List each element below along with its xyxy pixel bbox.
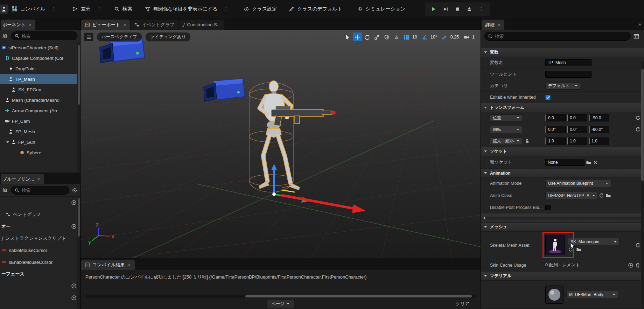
blueprint-function-row[interactable]: ƒンストラクションスクリプト	[0, 232, 80, 244]
perspective-dropdown[interactable]: パースペクティブ	[97, 32, 142, 42]
scrollbar-thumb[interactable]	[641, 69, 644, 181]
angle-snap-toggle[interactable]	[420, 33, 429, 41]
my-blueprint-scrollbar[interactable]	[77, 197, 80, 309]
viewport-scene[interactable]: Z Y X	[80, 30, 481, 258]
details-search-input[interactable]	[495, 34, 627, 39]
tab-compile-results[interactable]: コンパイル結果 ×	[81, 260, 135, 270]
location-y-field[interactable]: 0.0	[567, 114, 587, 121]
editable-when-inherited-checkbox[interactable]	[545, 95, 551, 100]
add-icon[interactable]	[71, 224, 77, 229]
rotate-tool-button[interactable]	[363, 33, 372, 41]
play-button[interactable]	[428, 4, 439, 14]
details-scrollbar[interactable]	[641, 61, 644, 309]
tab-my-blueprint[interactable]: ブループリン... ×	[1, 174, 44, 184]
location-type-dropdown[interactable]: 位置	[490, 114, 522, 122]
diff-options-kebab-icon[interactable]: ⋮	[94, 6, 105, 12]
browse-folder-icon[interactable]	[606, 193, 611, 198]
section-advanced[interactable]: 詳細設定	[481, 213, 644, 223]
double-chevron-icon[interactable]: »	[638, 21, 641, 27]
viewport-3d[interactable]: Z Y X パースペクティブ ライティングあり	[80, 30, 481, 258]
gizmo-x-axis[interactable]	[282, 195, 365, 213]
compile-options-kebab-icon[interactable]: ⋮	[49, 6, 59, 12]
close-icon[interactable]: ×	[37, 176, 40, 182]
trash-icon[interactable]	[635, 262, 640, 268]
grid-snap-value[interactable]: 10	[412, 35, 420, 40]
blueprint-section-row[interactable]	[0, 197, 80, 209]
add-icon[interactable]	[71, 295, 77, 301]
scale-snap-value[interactable]: 0.25	[450, 35, 461, 40]
display-filter-icon[interactable]	[634, 34, 639, 39]
section-variables[interactable]: 変数	[481, 48, 644, 57]
tab-viewport[interactable]: ビューポート ×	[81, 20, 130, 30]
tab-construction-script[interactable]: ƒ Construction S...	[179, 20, 225, 30]
camera-speed-value[interactable]: 1	[471, 35, 477, 40]
component-row[interactable]: Sphere	[0, 147, 80, 158]
my-blueprint-search-input[interactable]	[22, 188, 66, 193]
component-row[interactable]: FP_Gun	[0, 137, 80, 147]
angle-snap-value[interactable]: 10°	[430, 35, 440, 40]
close-icon[interactable]: ×	[498, 22, 500, 28]
disable-post-process-checkbox[interactable]	[545, 205, 551, 210]
move-tool-button[interactable]	[353, 33, 362, 41]
close-icon[interactable]: ×	[123, 22, 126, 28]
component-row[interactable]: SK_FPGun	[0, 84, 80, 95]
scale-type-dropdown[interactable]: 拡大・縮小	[490, 138, 522, 145]
material-thumbnail[interactable]	[545, 286, 564, 304]
scale-tool-button[interactable]	[372, 33, 382, 41]
rotation-z-field[interactable]: -90.0°	[589, 126, 609, 133]
add-icon[interactable]	[71, 283, 77, 289]
details-search[interactable]	[484, 32, 631, 41]
blueprint-graph-row[interactable]: ベントグラフ	[0, 209, 80, 220]
chevron-down-icon[interactable]	[6, 141, 9, 143]
tab-components[interactable]: ポーネント ×	[1, 20, 35, 30]
gizmo-plane-handle[interactable]	[282, 190, 295, 192]
tooltip-input[interactable]	[545, 71, 592, 78]
component-row[interactable]: FP_Cam	[0, 116, 80, 126]
hide-unrelated-kebab-icon[interactable]: ⋮	[220, 6, 231, 12]
component-row-tp-mesh[interactable]: TP_Mesh	[0, 74, 80, 84]
section-material[interactable]: マテリアル	[481, 272, 644, 281]
gun-mesh[interactable]	[271, 106, 336, 126]
component-row[interactable]: Capsule Component (Col	[0, 53, 80, 63]
play-options-kebab-icon[interactable]: ⋮	[476, 6, 487, 12]
camera-actor-fp[interactable]	[204, 79, 245, 101]
blueprint-variable-row[interactable]: nableMouseCursor	[0, 244, 80, 256]
eject-button[interactable]	[464, 4, 475, 14]
section-mesh[interactable]: メッシュ	[481, 223, 644, 232]
use-selected-icon[interactable]	[598, 193, 604, 198]
camera-speed-button[interactable]	[462, 33, 471, 41]
select-tool-button[interactable]	[343, 33, 352, 41]
rotation-x-field[interactable]: 0.0°	[545, 126, 566, 133]
component-row[interactable]: DropPoint	[0, 63, 80, 74]
compile-button[interactable]: コンパイル	[8, 3, 49, 15]
surface-snap-toggle[interactable]	[392, 33, 401, 41]
viewport-menu-button[interactable]	[84, 33, 93, 41]
component-row[interactable]: stPersonCharacter (Self)	[0, 42, 80, 53]
add-element-icon[interactable]	[628, 262, 634, 268]
tab-event-graph[interactable]: イベントグラフ	[131, 20, 178, 30]
section-socket[interactable]: ソケット	[481, 147, 644, 156]
my-blueprint-search[interactable]	[11, 186, 69, 195]
gizmo-origin[interactable]	[272, 192, 276, 196]
reset-icon[interactable]	[635, 115, 640, 121]
class-defaults-button[interactable]: クラスのデフォルト	[286, 3, 345, 15]
add-blueprint-item-button[interactable]: 加	[1, 186, 9, 195]
add-icon[interactable]	[71, 200, 77, 205]
view-mode-dropdown[interactable]: ライティングあり	[145, 32, 191, 42]
section-transform[interactable]: トランスフォーム	[481, 103, 644, 112]
gear-icon[interactable]	[72, 188, 77, 193]
animation-mode-dropdown[interactable]: Use Animation Blueprint	[545, 180, 611, 187]
scale-z-field[interactable]: 1.0	[589, 138, 609, 145]
add-component-button[interactable]: 加	[1, 32, 9, 40]
blueprint-section-row[interactable]	[0, 292, 80, 304]
hide-unrelated-button[interactable]: 無関係な項目を非表示にする	[142, 3, 221, 15]
gizmo-z-axis[interactable]	[271, 164, 277, 194]
diff-button[interactable]: 差分	[69, 3, 94, 15]
lock-icon[interactable]	[525, 139, 530, 143]
clear-button[interactable]: クリア	[453, 300, 473, 308]
component-row[interactable]: FP_Mesh	[0, 126, 80, 137]
material-dropdown[interactable]: M_UE4Man_Body	[566, 291, 618, 298]
simulate-button[interactable]: シミュレーション	[354, 3, 408, 15]
rotation-type-dropdown[interactable]: 回転	[490, 126, 522, 133]
location-x-field[interactable]: 0.0	[545, 114, 566, 121]
